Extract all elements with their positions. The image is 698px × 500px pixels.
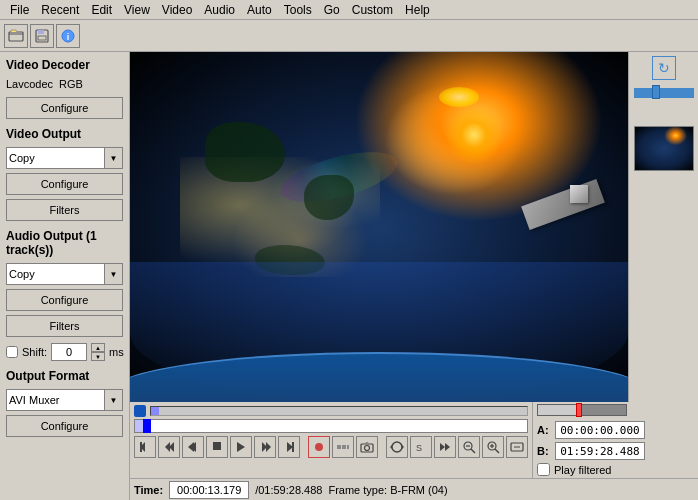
duration-value: /01:59:28.488 — [255, 484, 322, 496]
lens-flare — [444, 105, 504, 165]
menu-help[interactable]: Help — [399, 2, 436, 18]
menu-view[interactable]: View — [118, 2, 156, 18]
timeline-track[interactable] — [134, 419, 528, 433]
mini-slider-thumb[interactable] — [652, 85, 660, 99]
svg-rect-3 — [38, 36, 46, 40]
play-back-button[interactable] — [182, 436, 204, 458]
video-output-filters-btn[interactable]: Filters — [6, 199, 123, 221]
right-time-panel: A: 00:00:00.000 B: 01:59:28.488 Play fil… — [532, 402, 698, 478]
menu-file[interactable]: File — [4, 2, 35, 18]
play-filtered-label: Play filtered — [554, 464, 611, 476]
svg-rect-19 — [337, 445, 341, 449]
audio-output-configure-btn[interactable]: Configure — [6, 289, 123, 311]
timeline-slider-fill — [151, 407, 159, 415]
menu-go[interactable]: Go — [318, 2, 346, 18]
video-output-configure-btn[interactable]: Configure — [6, 173, 123, 195]
info-button[interactable]: i — [56, 24, 80, 48]
status-bar: Time: 00:00:13.179 /01:59:28.488 Frame t… — [130, 478, 698, 500]
svg-marker-25 — [390, 445, 392, 449]
audio-output-select-row: Copy ▼ — [6, 263, 123, 285]
svg-marker-15 — [266, 442, 271, 452]
mini-slider-track — [634, 88, 694, 98]
sun-glow — [439, 87, 479, 107]
segment-button[interactable] — [332, 436, 354, 458]
thumb-bg — [635, 127, 693, 170]
save-button[interactable] — [30, 24, 54, 48]
satellite-wing — [521, 179, 605, 230]
audio-output-dropdown-arrow[interactable]: ▼ — [105, 263, 123, 285]
a-label: A: — [537, 424, 551, 436]
repeat-button[interactable] — [386, 436, 408, 458]
level-slider-track[interactable] — [537, 404, 627, 416]
zoom-in-button[interactable] — [482, 436, 504, 458]
timeline-progress — [135, 420, 143, 432]
menu-video[interactable]: Video — [156, 2, 198, 18]
slow-button[interactable]: S — [410, 436, 432, 458]
a-time-row: A: 00:00:00.000 — [537, 421, 645, 439]
next-end-button[interactable] — [278, 436, 300, 458]
svg-point-23 — [365, 446, 370, 451]
video-output-dropdown-arrow[interactable]: ▼ — [105, 147, 123, 169]
timeline-left: S — [130, 402, 532, 461]
video-output-select[interactable]: Copy — [6, 147, 105, 169]
shift-down-btn[interactable]: ▼ — [91, 352, 105, 361]
shift-row: Shift: ▲ ▼ ms — [6, 343, 123, 361]
open-button[interactable] — [4, 24, 28, 48]
zoom-out-button[interactable] — [458, 436, 480, 458]
menu-edit[interactable]: Edit — [85, 2, 118, 18]
output-format-configure-btn[interactable]: Configure — [6, 415, 123, 437]
output-format-select-row: AVI Muxer ▼ — [6, 389, 123, 411]
menu-auto[interactable]: Auto — [241, 2, 278, 18]
audio-output-filters-btn[interactable]: Filters — [6, 315, 123, 337]
timeline-thumb[interactable] — [143, 419, 151, 433]
b-time-row: B: 01:59:28.488 — [537, 442, 645, 460]
prev-start-button[interactable] — [134, 436, 156, 458]
prev-button[interactable] — [158, 436, 180, 458]
next-button[interactable] — [254, 436, 276, 458]
stop-button[interactable] — [206, 436, 228, 458]
toolbar: i — [0, 20, 698, 52]
audio-output-select[interactable]: Copy — [6, 263, 105, 285]
svg-marker-13 — [237, 442, 245, 452]
sync-button[interactable]: ↻ — [652, 56, 676, 80]
lavcodec-label: Lavcodec — [6, 78, 53, 90]
play-filtered-checkbox[interactable] — [537, 463, 550, 476]
timeline-marker[interactable] — [134, 405, 146, 417]
svg-marker-11 — [188, 442, 194, 452]
shift-up-btn[interactable]: ▲ — [91, 343, 105, 352]
camera-button[interactable] — [356, 436, 378, 458]
level-slider-fill — [538, 405, 578, 415]
svg-line-33 — [495, 449, 499, 453]
shift-input[interactable] — [51, 343, 87, 361]
play-filtered-row: Play filtered — [537, 463, 611, 476]
fast-button[interactable] — [434, 436, 456, 458]
output-format-select[interactable]: AVI Muxer — [6, 389, 105, 411]
svg-text:S: S — [416, 443, 422, 453]
main-content: Video Decoder Lavcodec RGB Configure Vid… — [0, 52, 698, 500]
menu-recent[interactable]: Recent — [35, 2, 85, 18]
video-decoder-configure-btn[interactable]: Configure — [6, 97, 123, 119]
frame-type-label: Frame type: B-FRM (04) — [328, 484, 447, 496]
level-slider-knob[interactable] — [576, 403, 582, 417]
svg-line-30 — [471, 449, 475, 453]
zoom-fit-button[interactable] — [506, 436, 528, 458]
continent-1 — [205, 122, 285, 182]
video-panel: ↻ — [130, 52, 698, 402]
controls-row: S — [134, 436, 528, 458]
menu-audio[interactable]: Audio — [198, 2, 241, 18]
video-output-title: Video Output — [6, 127, 123, 141]
shift-checkbox[interactable] — [6, 346, 18, 358]
svg-rect-7 — [140, 442, 142, 452]
time-status-value: 00:00:13.179 — [169, 481, 249, 499]
menu-custom[interactable]: Custom — [346, 2, 399, 18]
video-output-select-row: Copy ▼ — [6, 147, 123, 169]
output-format-dropdown-arrow[interactable]: ▼ — [105, 389, 123, 411]
play-button[interactable] — [230, 436, 252, 458]
timeline-slider-track[interactable] — [150, 406, 528, 416]
main-window: File Recent Edit View Video Audio Auto T… — [0, 0, 698, 500]
menu-tools[interactable]: Tools — [278, 2, 318, 18]
video-display — [130, 52, 628, 402]
svg-rect-12 — [213, 442, 221, 450]
lavcodec-row: Lavcodec RGB — [6, 78, 123, 90]
record-button[interactable] — [308, 436, 330, 458]
